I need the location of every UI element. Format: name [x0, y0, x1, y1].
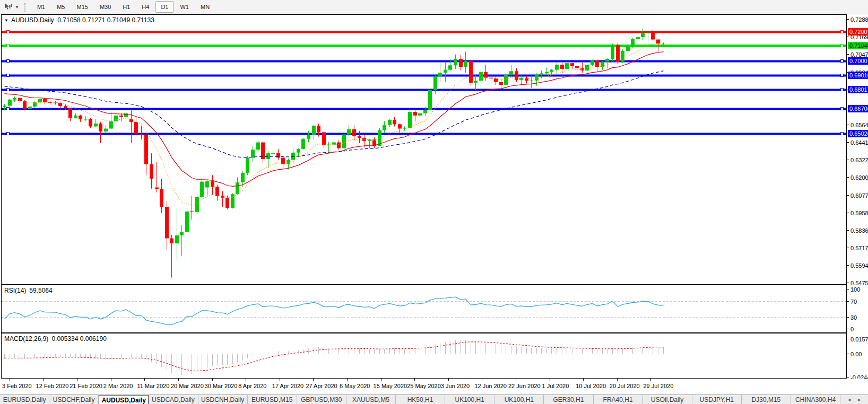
chart-tab-USDCHF-Daily[interactable]: USDCHF,Daily	[49, 395, 99, 404]
date-tick	[178, 379, 179, 381]
tool-dropdown-caret[interactable]: ▼	[15, 5, 19, 10]
price-badge-label: 0.70007	[849, 58, 868, 64]
date-label: 15 May 2020	[374, 383, 407, 389]
date-label: 12 Feb 2020	[36, 383, 69, 389]
chart-tab-XAUUSD-M5[interactable]: XAUUSD,M5	[346, 395, 396, 404]
timeframe-button-D1[interactable]: D1	[155, 1, 173, 13]
candles	[3, 29, 665, 277]
rsi-axis-tick: 70	[850, 298, 857, 305]
price-badge-label: 0.69010	[849, 72, 868, 78]
price-axis-tick: 0.57170	[850, 245, 868, 251]
chart-tab-GBPUSD-M30[interactable]: GBPUSD,M30	[297, 395, 346, 404]
tab-scroll-arrows: ◄►	[840, 395, 868, 404]
timeframe-button-M1[interactable]: M1	[32, 1, 50, 13]
timeframe-button-M5[interactable]: M5	[51, 1, 70, 13]
macd-label: MACD(12,26,9)0.005334 0.006190	[4, 335, 107, 342]
line-handle[interactable]	[841, 108, 844, 110]
line-handle[interactable]	[841, 45, 844, 47]
date-tick	[448, 379, 449, 381]
chart-tab-FRA40-H1[interactable]: FRA40,H1	[594, 395, 643, 404]
date-label: 3 Jun 2020	[441, 383, 470, 389]
chart-tab-GER30-H1[interactable]: GER30,H1	[544, 395, 593, 404]
tabs-scroll-right-icon[interactable]: ►	[857, 397, 862, 402]
chart-tab-CHINA300-H4[interactable]: CHINA300,H4	[791, 395, 840, 404]
timeframe-button-M15[interactable]: M15	[71, 1, 93, 13]
chart-tab-HK50-H1[interactable]: HK50,H1	[396, 395, 445, 404]
date-tick	[414, 379, 415, 381]
moving-average-ema-21[interactable]	[5, 52, 664, 187]
date-label: 29 Jul 2020	[643, 383, 673, 389]
price-axis-tick: 0.64415	[850, 139, 868, 146]
price-axis-tick: 0.63225	[850, 157, 868, 163]
cursor-tool-button[interactable]: ▼	[0, 3, 22, 11]
date-label: 17 Apr 2020	[272, 383, 303, 389]
price-axis-tick: 0.72885	[850, 16, 868, 23]
date-label: 25 May 2020	[407, 383, 441, 389]
date-tick	[347, 379, 348, 381]
date-label: 6 May 2020	[340, 383, 370, 389]
line-handle[interactable]	[841, 60, 844, 63]
line-handle[interactable]	[7, 133, 10, 135]
timeframe-button-H4[interactable]: H4	[136, 1, 154, 13]
line-handle[interactable]	[7, 60, 10, 63]
moving-average-ema-10[interactable]	[5, 44, 664, 206]
date-label: 3 Feb 2020	[2, 383, 32, 389]
macd-axis-tick: 0.015741	[850, 336, 868, 342]
chart-tab-bar: EURUSD,DailyUSDCHF,DailyAUDUSD,DailyUSDC…	[0, 394, 868, 404]
chart-tab-AUDUSD-Daily[interactable]: AUDUSD,Daily	[99, 395, 149, 404]
date-label: 27 Apr 2020	[306, 383, 337, 389]
chart-tab-UK100-H1[interactable]: UK100,H1	[445, 395, 494, 404]
symbol-dropdown-icon[interactable]: ▼	[4, 18, 8, 23]
date-tick	[381, 379, 381, 381]
price-badge-label: 0.66706	[849, 106, 868, 112]
toolbar-grip[interactable]	[24, 3, 27, 12]
chart-tab-USDCAD-Daily[interactable]: USDCAD,Daily	[149, 395, 198, 404]
line-handle[interactable]	[7, 45, 10, 47]
line-handle[interactable]	[7, 31, 10, 33]
chart-tab-EURUSD-M15[interactable]: EURUSD,M15	[248, 395, 297, 404]
macd-axis-tick: -0.02441	[850, 374, 868, 379]
date-label: 30 Mar 2020	[205, 383, 238, 389]
chart-tab-DJ30-M15[interactable]: DJ30,M15	[742, 395, 791, 404]
macd-signal-line	[5, 342, 664, 371]
line-handle[interactable]	[7, 74, 10, 77]
timeframe-button-W1[interactable]: W1	[175, 1, 194, 13]
timeframe-button-MN[interactable]: MN	[195, 1, 215, 13]
date-label: 20 Jul 2020	[610, 383, 640, 389]
macd-panel[interactable]: 0.0157410.00-0.02441	[0, 333, 868, 379]
price-axis-tick: 0.59585	[850, 210, 868, 216]
date-tick	[111, 379, 111, 381]
date-label: 12 Jun 2020	[474, 383, 507, 389]
tabs-scroll-left-icon[interactable]: ◄	[847, 397, 852, 402]
price-badge-label: 0.65020	[849, 130, 868, 137]
chart-tab-EURUSD-Daily[interactable]: EURUSD,Daily	[0, 395, 49, 404]
main-chart-panel[interactable]: 0.728850.716950.704700.692450.680200.667…	[0, 14, 868, 285]
line-handle[interactable]	[7, 108, 10, 110]
timeframe-button-H1[interactable]: H1	[117, 1, 135, 13]
chart-tab-UK100-H1[interactable]: UK100,H1	[494, 395, 544, 404]
price-axis-tick: 0.60775	[850, 192, 868, 199]
date-tick	[44, 379, 44, 381]
line-handle[interactable]	[841, 89, 844, 91]
chart-tab-USOil-Daily[interactable]: USOil,Daily	[643, 395, 692, 404]
rsi-label: RSI(14)59.5064	[4, 287, 53, 294]
rsi-value: 59.5064	[29, 287, 52, 294]
timeframe-button-M30[interactable]: M30	[94, 1, 116, 13]
date-axis[interactable]: 3 Feb 202012 Feb 202021 Feb 20202 Mar 20…	[0, 379, 868, 394]
date-tick	[77, 379, 77, 381]
date-label: 11 Mar 2020	[137, 383, 169, 389]
rsi-panel[interactable]: 10070300	[0, 285, 868, 333]
price-axis-tick: 0.62000	[850, 174, 868, 181]
price-axis-tick: 0.55945	[850, 262, 868, 269]
chart-tab-USDJPY-H1[interactable]: USDJPY,H1	[692, 395, 742, 404]
date-tick	[313, 379, 314, 381]
line-handle[interactable]	[7, 89, 10, 91]
line-handle[interactable]	[841, 74, 844, 77]
chart-ohlc-values: 0.71058 0.71271 0.71049 0.71133	[57, 16, 154, 24]
line-handle[interactable]	[841, 31, 844, 33]
date-label: 2 Mar 2020	[103, 383, 133, 389]
date-label: 8 Apr 2020	[238, 383, 266, 389]
rsi-axis-tick: 0	[850, 326, 854, 332]
chart-tab-USDCNH-Daily[interactable]: USDCNH,Daily	[198, 395, 248, 404]
line-handle[interactable]	[841, 133, 844, 135]
